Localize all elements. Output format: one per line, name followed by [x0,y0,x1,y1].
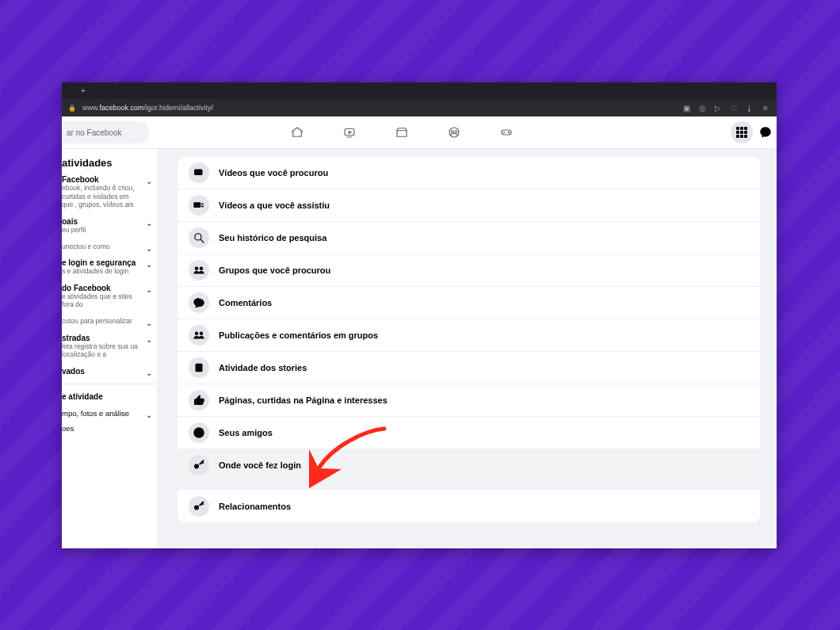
row-stories-activity[interactable]: Atividade dos stories [178,352,760,384]
row-search-history[interactable]: Seu histórico de pesquisa [178,222,760,254]
svg-point-18 [194,505,199,510]
lock-icon: 🔒 [68,105,76,112]
chevron-down-icon: ⌄ [146,285,152,294]
url-host: facebook.com [100,104,144,112]
row-group-posts[interactable]: Publicações e comentários em grupos [178,319,760,352]
search-placeholder: ar no Facebook [67,128,122,137]
top-nav [276,116,697,148]
like-icon [189,390,209,410]
sidebar-item-personal[interactable]: oais eu perfil ⌄ [62,217,151,235]
chevron-down-icon: ⌄ [146,410,152,419]
chevron-down-icon: ⌄ [146,335,152,344]
sidebar-item-connections[interactable]: onectou e como ⌄ [62,242,151,251]
page-body: atividades Facebook ebook, incluindo ê c… [62,149,777,548]
ext-icon[interactable]: ♡ [729,104,739,113]
sidebar-item-security[interactable]: e login e segurança s e atividades de lo… [62,258,151,276]
svg-point-13 [200,332,204,336]
row-videos-watched[interactable]: Vídeos a que você assistiu [178,189,760,222]
sidebar-item-archived[interactable]: vados ⌄ [62,367,151,376]
svg-point-12 [195,332,199,336]
menu-grid-icon [736,127,747,138]
chevron-down-icon: ⌄ [146,319,152,327]
marketplace-icon[interactable] [393,124,410,141]
browser-window: + 🔒 www.facebook.com/igor.hidemi/allacti… [62,82,777,548]
url-text[interactable]: www.facebook.com/igor.hidemi/allactivity… [82,104,675,112]
search-icon [189,227,209,248]
svg-rect-15 [197,365,201,368]
gaming-icon[interactable] [498,124,515,141]
ext-icon[interactable]: ≡ [761,104,770,113]
url-path: /igor.hidemi/allactivity/ [144,104,214,112]
groups-icon [189,260,209,281]
browser-extension-icons: ▣ ◎ ▷ ♡ ⭳ ≡ [682,104,770,113]
sidebar-item-preferences[interactable]: cutou para personalizar ⌄ [62,317,151,326]
groups-icon[interactable] [445,124,463,141]
sidebar-item-facebook[interactable]: Facebook ebook, incluindo ê criou, curti… [62,175,151,209]
chevron-down-icon: ⌄ [146,244,152,253]
svg-rect-0 [345,129,354,136]
row-friends[interactable]: Seus amigos [178,417,760,449]
svg-rect-8 [193,202,200,208]
chevron-down-icon: ⌄ [146,177,152,185]
svg-point-17 [194,464,199,469]
sidebar-item-off-facebook[interactable]: do Facebook e atividades que e sites for… [62,284,151,309]
key-icon [189,455,209,475]
menu-grid-button[interactable] [731,121,753,143]
activity-log-sidebar: atividades Facebook ebook, incluindo ê c… [62,149,157,548]
facebook-header: ar no Facebook [62,116,777,149]
main-content: Vídeos que você procurou Vídeos a que vo… [157,149,777,548]
ext-icon[interactable]: ▷ [713,104,723,113]
row-videos-searched[interactable]: Vídeos que você procurou [178,157,760,189]
row-where-logged-in[interactable]: Onde você fez login [178,449,760,482]
key-icon [189,496,209,517]
sidebar-item-logged-info[interactable]: stradas leta registra sobre sua ua local… [62,334,151,359]
ext-icon[interactable]: ◎ [697,104,707,113]
svg-point-10 [195,267,199,271]
row-groups-searched[interactable]: Grupos que você procurou [178,254,760,287]
video-search-icon [189,162,209,183]
row-pages-likes[interactable]: Páginas, curtidas na Página e interesses [178,384,760,417]
sidebar-link-archive[interactable]: mpo, fotos e análise ⌄ [62,409,151,418]
video-play-icon [189,195,209,216]
ext-icon[interactable]: ⭳ [745,104,754,113]
chevron-down-icon: ⌄ [146,368,152,377]
stories-icon [189,357,209,378]
groups-icon [189,325,209,346]
svg-point-5 [508,132,509,132]
sidebar-separator [62,384,157,384]
facebook-icon [189,422,209,443]
list-gap [178,482,760,490]
svg-point-3 [455,131,457,133]
row-relationships[interactable]: Relacionamentos [178,490,760,522]
chevron-down-icon: ⌄ [146,260,152,269]
browser-address-bar: 🔒 www.facebook.com/igor.hidemi/allactivi… [62,99,777,116]
search-input[interactable]: ar no Facebook [62,121,149,143]
sidebar-link-options[interactable]: oes [62,424,151,433]
svg-point-2 [451,131,453,133]
svg-point-9 [195,234,201,240]
chevron-down-icon: ⌄ [146,219,152,227]
messenger-icon[interactable] [758,121,773,143]
ext-icon[interactable]: ▣ [682,104,691,113]
header-right [731,121,773,143]
comment-icon [189,292,209,313]
sidebar-link-activity[interactable]: e atividade [62,392,151,401]
activity-list-card: Vídeos que você procurou Vídeos a que vo… [178,157,760,522]
sidebar-title: atividades [62,157,151,169]
svg-point-11 [200,267,204,271]
browser-tabstrip: + [62,82,777,99]
home-icon[interactable] [288,124,306,141]
new-tab-button[interactable]: + [78,86,89,97]
watch-icon[interactable] [341,124,358,141]
url-prefix: www. [82,104,100,112]
row-comments[interactable]: Comentários [178,287,760,319]
